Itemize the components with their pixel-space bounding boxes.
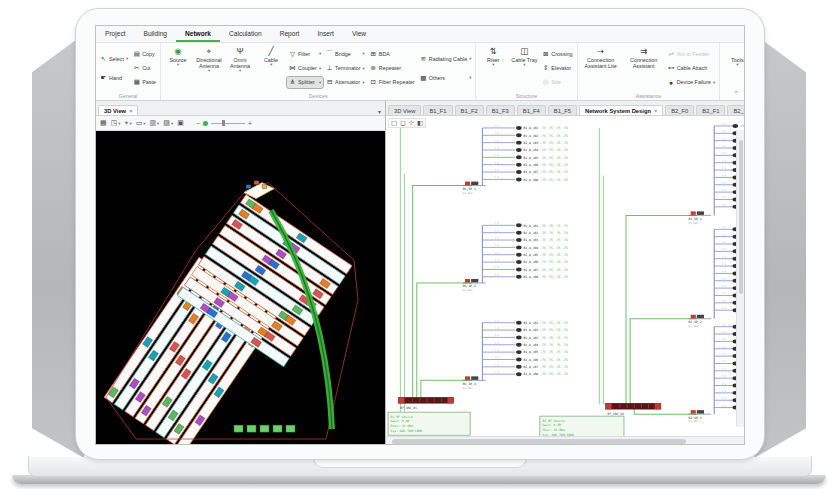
button-label: Attenuator: [335, 79, 360, 85]
splitter-button[interactable]: ⋔Splitter▾: [287, 77, 323, 88]
zoom-mode-icon[interactable]: ◻: [400, 119, 405, 127]
layers-button[interactable]: ▥▾: [149, 119, 159, 127]
site-button[interactable]: ◎Site: [540, 77, 574, 88]
connection-assistant-button[interactable]: ⇉Connection Assistant: [623, 44, 665, 92]
crosshair-mode-icon[interactable]: ⊹: [409, 119, 414, 127]
view-cube-button[interactable]: ▦: [100, 119, 107, 127]
doc-tab-network-system-design[interactable]: Network System Design×: [579, 105, 663, 115]
close-icon[interactable]: ×: [129, 108, 132, 114]
orbit-button[interactable]: ⌖▾: [124, 119, 131, 127]
ribbon-tab-network[interactable]: Network: [176, 26, 220, 42]
ant-to-feeder-button[interactable]: ⇄Ant to Feeder: [666, 48, 718, 59]
doc-tab-b1-f2[interactable]: B1_F2: [455, 105, 484, 115]
hand-button[interactable]: ☛Hand: [98, 72, 130, 83]
close-icon[interactable]: ×: [654, 108, 657, 114]
svg-text:7.5: 7.5: [721, 331, 726, 334]
svg-text:7.5: 7.5: [495, 259, 500, 262]
omni-antenna-button[interactable]: ΨOmni Antenna▾: [225, 44, 255, 92]
riser-button[interactable]: ⇅Riser▾: [478, 44, 508, 92]
doc-tab-b2-f3[interactable]: B2_F3: [727, 105, 744, 115]
zoom-slider-track[interactable]: [211, 123, 245, 124]
svg-text:7.5: 7.5: [721, 138, 726, 141]
directional-antenna-button[interactable]: ⌖Directional Antenna▾: [194, 44, 224, 92]
svg-text:B1_A_x05 -75 -75 -75 -75: B1_A_x05 -75 -75 -75 -75: [523, 156, 567, 160]
render-mode-button[interactable]: ▨▾: [163, 119, 173, 127]
zoom-slider-thumb[interactable]: [222, 120, 225, 126]
visibility-icon: ▭: [136, 119, 143, 127]
ribbon-tab-report[interactable]: Report: [271, 26, 309, 42]
chevron-down-icon: ▾: [363, 80, 365, 85]
bridge-button[interactable]: ⌒Bridge▾: [324, 48, 367, 59]
cable-tray-button[interactable]: ◫Cable Tray▾: [509, 44, 539, 92]
fiber-repeater-icon: ⊡: [370, 78, 377, 86]
copy-button[interactable]: ▤Copy: [131, 48, 158, 59]
crossing-button[interactable]: ⊠Crossing: [540, 48, 574, 59]
svg-text:B1_A_x08 -75 -75 -75 -75: B1_A_x08 -75 -75 -75 -75: [523, 178, 567, 182]
filter-button[interactable]: ▽Filter▾: [287, 48, 323, 59]
fit-view-button[interactable]: ◳▾: [111, 119, 121, 127]
svg-text:7.5: 7.5: [721, 160, 726, 163]
svg-text:7.5: 7.5: [721, 368, 726, 371]
coupler-button[interactable]: ⋈Coupler▾: [287, 63, 323, 74]
cable-attach-button[interactable]: ⊷Cable Attach: [666, 63, 718, 74]
svg-text:7.5: 7.5: [495, 334, 500, 337]
zoom-slider[interactable]: − +: [196, 120, 252, 127]
canvas-3d[interactable]: [96, 131, 385, 445]
radiating-cable-button[interactable]: ≋Radiating Cable▾: [418, 53, 474, 64]
tab-3d-view[interactable]: 3D View ×: [98, 105, 138, 115]
layout-mode-icon[interactable]: ◧: [417, 119, 423, 127]
tab-overflow-icon[interactable]: ▾: [374, 108, 385, 115]
elevator-button[interactable]: ⇕Elevator: [540, 63, 574, 74]
cable-button[interactable]: ╱Cable▾: [256, 44, 286, 92]
svg-text:B1_A_x04 -75 -75 -75 -75: B1_A_x04 -75 -75 -75 -75: [523, 343, 567, 347]
paste-button[interactable]: ▦Paste: [131, 77, 158, 88]
schematic-svg: B1_SP_1C1_Pwr7.5B1_A_x01 -75 -75 -75 -75…: [386, 116, 744, 436]
doc-tab-b1-f3[interactable]: B1_F3: [486, 105, 515, 115]
attenuator-button[interactable]: ⊟Attenuator▾: [324, 77, 367, 88]
doc-tab-b2-f1[interactable]: B2_F1: [696, 105, 725, 115]
zoom-out-icon[interactable]: −: [196, 120, 200, 127]
doc-tab-b1-f5[interactable]: B1_F5: [548, 105, 577, 115]
ribbon-tab-calculation[interactable]: Calculation: [220, 26, 271, 42]
reset-view-button[interactable]: ▣: [177, 119, 184, 127]
connection-assistant-lite-button[interactable]: ⇢Connection Assistant Lite: [580, 44, 622, 92]
doc-tab-b2-f0[interactable]: B2_F0: [665, 105, 694, 115]
svg-text:7.5: 7.5: [721, 270, 726, 273]
cut-button[interactable]: ✂Cut: [131, 63, 158, 74]
bda-button[interactable]: ⊞BDA: [368, 48, 417, 59]
ribbon-group-devices: ◉Source▾⌖Directional Antenna▾ΨOmni Anten…: [161, 43, 476, 100]
tools-button[interactable]: Tools▾: [722, 44, 744, 92]
svg-text:B2_SP_3: B2_SP_3: [689, 416, 702, 420]
chevron-down-icon: ▾: [118, 121, 120, 126]
source-button[interactable]: ◉Source▾: [163, 44, 193, 92]
repeater-button[interactable]: ⊚Repeater: [368, 63, 417, 74]
ribbon-tab-building[interactable]: Building: [135, 26, 176, 42]
svg-text:7.5: 7.5: [721, 397, 726, 400]
doc-tab-3d-view[interactable]: 3D View: [388, 105, 421, 115]
terminator-button[interactable]: ⊥Terminator▾: [324, 63, 367, 74]
chevron-down-icon: ▾: [736, 63, 738, 68]
ribbon-tab-project[interactable]: Project: [96, 26, 135, 42]
doc-tab-b1-f4[interactable]: B1_F4: [517, 105, 546, 115]
others-button[interactable]: ▩Others▾: [418, 72, 474, 83]
visibility-button[interactable]: ▭▾: [136, 119, 146, 127]
horizontal-scroll-thumb[interactable]: [392, 439, 686, 444]
select-mode-icon[interactable]: ▢: [391, 119, 397, 127]
device-failure-button[interactable]: ●Device Failure▾: [666, 77, 718, 88]
ribbon-tab-view[interactable]: View: [343, 26, 375, 42]
canvas-schematic[interactable]: ▢◻⊹◧ B1_SP_1C1_Pwr7.5B1_A_x01 -75 -75 -7…: [386, 116, 744, 436]
vertical-scrollbar[interactable]: [736, 130, 744, 427]
ribbon-col-1: ⌒Bridge▾⊥Terminator▾⊟Attenuator▾: [324, 44, 367, 92]
ribbon-tab-insert[interactable]: Insert: [308, 26, 343, 42]
doc-tab-b1-f1[interactable]: B1_F1: [423, 105, 452, 115]
select-button[interactable]: ↖Select▾: [98, 53, 130, 64]
ribbon-collapse-icon[interactable]: ⌃: [733, 90, 739, 98]
laptop-lid: ProjectBuildingNetworkCalculationReportI…: [75, 8, 765, 460]
vertical-scroll-thumb[interactable]: [739, 140, 743, 294]
horizontal-scrollbar[interactable]: [386, 436, 744, 445]
zoom-in-icon[interactable]: +: [248, 120, 252, 127]
cable-attach-icon: ⊷: [668, 64, 675, 72]
fiber-repeater-button[interactable]: ⊡Fiber Repeater: [368, 77, 417, 88]
svg-text:C1_Pwr: C1_Pwr: [463, 289, 473, 292]
button-label: Device Failure: [677, 79, 711, 85]
